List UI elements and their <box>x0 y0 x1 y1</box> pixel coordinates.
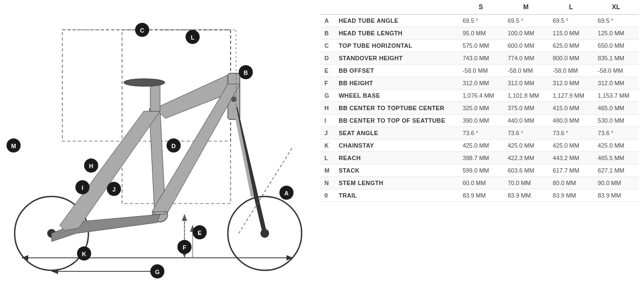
val-xl: 69.5 ° <box>594 15 639 27</box>
row-name: STANDOVER HEIGHT <box>334 52 458 65</box>
val-s: 575.0 MM <box>458 40 503 52</box>
table-row: G WHEEL BASE 1,076.4 MM 1,101.8 MM 1,127… <box>320 90 639 102</box>
val-s: 325.0 MM <box>458 102 503 115</box>
val-l: 73.6 ° <box>549 127 594 139</box>
val-m: 70.0 MM <box>503 177 549 189</box>
val-xl: 627.1 MM <box>594 164 639 177</box>
col-xl: XL <box>594 0 639 15</box>
row-name: WHEEL BASE <box>334 90 458 102</box>
val-m: 774.0 MM <box>503 52 549 65</box>
row-letter: M <box>320 164 334 177</box>
val-l: 443.2 MM <box>549 152 594 164</box>
row-name: CHAINSTAY <box>334 139 458 152</box>
svg-text:F: F <box>183 244 187 251</box>
val-xl: 425.0 MM <box>594 139 639 152</box>
table-row: 0 TRAIL 83.9 MM 83.9 MM 83.9 MM 83.9 MM <box>320 189 639 202</box>
row-letter: A <box>320 15 334 27</box>
geometry-table-panel: S M L XL A HEAD TUBE ANGLE 69.5 ° 69.5 °… <box>315 0 644 292</box>
row-letter: L <box>320 152 334 164</box>
svg-text:J: J <box>112 186 116 193</box>
val-xl: -58.0 MM <box>594 65 639 77</box>
row-name: STACK <box>334 164 458 177</box>
table-row: M STACK 599.0 MM 603.6 MM 617.7 MM 627.1… <box>320 164 639 177</box>
table-row: D STANDOVER HEIGHT 743.0 MM 774.0 MM 800… <box>320 52 639 65</box>
val-m: 73.6 ° <box>503 127 549 139</box>
row-letter: I <box>320 115 334 127</box>
col-l: L <box>549 0 594 15</box>
table-row: F BB HEIGHT 312.0 MM 312.0 MM 312.0 MM 3… <box>320 77 639 90</box>
val-l: 1,127.9 MM <box>549 90 594 102</box>
val-s: 743.0 MM <box>458 52 503 65</box>
val-xl: 83.9 MM <box>594 189 639 202</box>
val-l: 480.0 MM <box>549 115 594 127</box>
table-row: K CHAINSTAY 425.0 MM 425.0 MM 425.0 MM 4… <box>320 139 639 152</box>
val-s: -58.0 MM <box>458 65 503 77</box>
row-name: BB OFFSET <box>334 65 458 77</box>
row-name: HEAD TUBE LENGTH <box>334 27 458 40</box>
svg-text:C: C <box>140 27 144 34</box>
svg-text:I: I <box>81 185 83 191</box>
val-l: 800.0 MM <box>549 52 594 65</box>
bike-diagram-panel: A B C D E F G H I J K L M <box>0 0 315 292</box>
geometry-table: S M L XL A HEAD TUBE ANGLE 69.5 ° 69.5 °… <box>320 0 639 202</box>
val-s: 83.9 MM <box>458 189 503 202</box>
col-m: M <box>503 0 549 15</box>
table-row: A HEAD TUBE ANGLE 69.5 ° 69.5 ° 69.5 ° 6… <box>320 15 639 27</box>
val-m: 422.3 MM <box>503 152 549 164</box>
svg-point-19 <box>124 79 165 86</box>
val-xl: 465.5 MM <box>594 152 639 164</box>
val-xl: 125.0 MM <box>594 27 639 40</box>
val-m: 83.9 MM <box>503 189 549 202</box>
val-l: 83.9 MM <box>549 189 594 202</box>
row-letter: 0 <box>320 189 334 202</box>
row-letter: B <box>320 27 334 40</box>
svg-text:A: A <box>284 190 289 196</box>
val-m: 100.0 MM <box>503 27 549 40</box>
col-letter <box>320 0 334 15</box>
table-row: I BB CENTER TO TOP OF SEATTUBE 390.0 MM … <box>320 115 639 127</box>
row-name: SEAT ANGLE <box>334 127 458 139</box>
row-name: TOP TUBE HORIZONTAL <box>334 40 458 52</box>
val-xl: 1,153.7 MM <box>594 90 639 102</box>
val-m: 603.6 MM <box>503 164 549 177</box>
row-letter: E <box>320 65 334 77</box>
row-letter: K <box>320 139 334 152</box>
val-m: 375.0 MM <box>503 102 549 115</box>
val-l: 425.0 MM <box>549 139 594 152</box>
val-l: 80.0 MM <box>549 177 594 189</box>
val-xl: 650.0 MM <box>594 40 639 52</box>
val-m: 425.0 MM <box>503 139 549 152</box>
row-letter: H <box>320 102 334 115</box>
table-row: L REACH 398.7 MM 422.3 MM 443.2 MM 465.5… <box>320 152 639 164</box>
svg-text:M: M <box>11 143 16 149</box>
val-s: 390.0 MM <box>458 115 503 127</box>
val-m: 1,101.8 MM <box>503 90 549 102</box>
svg-text:H: H <box>89 163 93 169</box>
val-s: 312.0 MM <box>458 77 503 90</box>
row-name: STEM LENGTH <box>334 177 458 189</box>
val-l: 415.0 MM <box>549 102 594 115</box>
val-s: 599.0 MM <box>458 164 503 177</box>
table-row: N STEM LENGTH 60.0 MM 70.0 MM 80.0 MM 90… <box>320 177 639 189</box>
table-header-row: S M L XL <box>320 0 639 15</box>
val-m: 312.0 MM <box>503 77 549 90</box>
table-row: J SEAT ANGLE 73.6 ° 73.6 ° 73.6 ° 73.6 ° <box>320 127 639 139</box>
val-xl: 73.6 ° <box>594 127 639 139</box>
val-xl: 90.0 MM <box>594 177 639 189</box>
svg-text:G: G <box>155 269 160 275</box>
val-m: 600.0 MM <box>503 40 549 52</box>
val-l: 69.5 ° <box>549 15 594 27</box>
val-l: 617.7 MM <box>549 164 594 177</box>
svg-text:L: L <box>191 34 195 41</box>
svg-rect-18 <box>150 84 160 111</box>
val-s: 69.5 ° <box>458 15 503 27</box>
val-l: 115.0 MM <box>549 27 594 40</box>
val-m: -58.0 MM <box>503 65 549 77</box>
row-name: REACH <box>334 152 458 164</box>
row-letter: N <box>320 177 334 189</box>
val-s: 60.0 MM <box>458 177 503 189</box>
val-l: -58.0 MM <box>549 65 594 77</box>
row-letter: C <box>320 40 334 52</box>
val-xl: 465.0 MM <box>594 102 639 115</box>
val-s: 1,076.4 MM <box>458 90 503 102</box>
